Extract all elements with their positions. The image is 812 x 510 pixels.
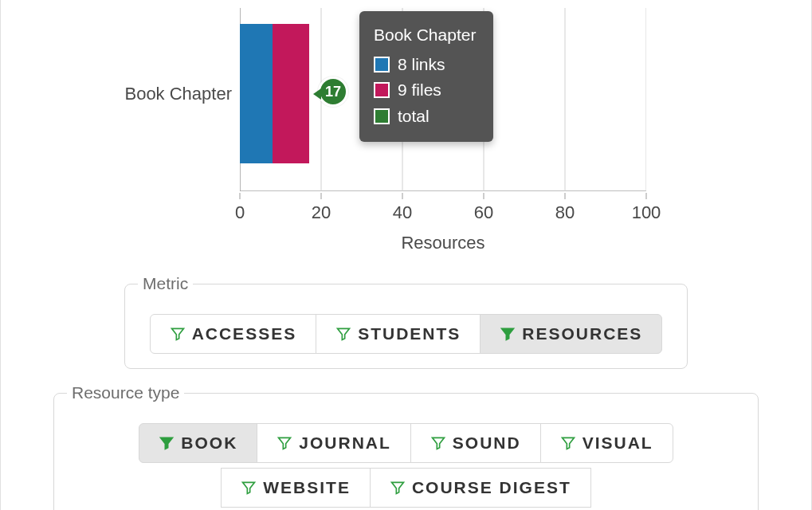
x-tick: 60 xyxy=(474,202,493,223)
filter-label: RESOURCES xyxy=(522,324,642,343)
funnel-icon xyxy=(430,435,446,451)
filter-sound[interactable]: SOUND xyxy=(410,423,541,463)
resource-type-buttons-row2: WEBSITE COURSE DIGEST xyxy=(67,468,745,508)
tooltip-text-total: total xyxy=(398,104,430,130)
x-axis-ticks: 0 20 40 60 80 100 xyxy=(240,193,646,225)
metric-buttons: ACCESSES STUDENTS RESOURCES xyxy=(138,314,674,354)
plot-area: 17 Book Chapter 8 links 9 files total xyxy=(240,8,646,191)
x-tick: 40 xyxy=(393,202,412,223)
x-tick: 0 xyxy=(235,202,245,223)
funnel-icon xyxy=(241,480,257,496)
funnel-icon xyxy=(277,435,292,451)
tooltip-row-links: 8 links xyxy=(374,52,476,78)
x-axis-label: Resources xyxy=(240,233,646,253)
tooltip-row-files: 9 files xyxy=(374,77,476,104)
tooltip-title: Book Chapter xyxy=(374,22,476,49)
filter-label: ACCESSES xyxy=(192,324,297,343)
funnel-icon xyxy=(500,326,516,342)
resource-type-filter-group: Resource type BOOK JOURNAL SOUND VISUAL xyxy=(53,383,759,510)
filter-book[interactable]: BOOK xyxy=(139,423,257,463)
funnel-icon xyxy=(390,480,406,496)
tooltip-text-links: 8 links xyxy=(398,52,445,78)
resource-type-buttons-row1: BOOK JOURNAL SOUND VISUAL xyxy=(67,423,745,463)
x-tick: 80 xyxy=(555,202,575,223)
filter-label: BOOK xyxy=(181,434,237,453)
filter-students[interactable]: STUDENTS xyxy=(316,314,481,354)
metric-legend: Metric xyxy=(138,274,193,293)
chart: Book Chapter 17 xyxy=(1,8,811,247)
filter-label: JOURNAL xyxy=(299,434,391,453)
x-tick: 20 xyxy=(312,202,331,223)
swatch-links xyxy=(374,57,390,73)
resource-type-legend: Resource type xyxy=(67,383,184,402)
swatch-total xyxy=(374,108,390,124)
bar-segment-files[interactable] xyxy=(273,24,309,163)
bar-segment-links[interactable] xyxy=(240,24,273,163)
filter-label: VISUAL xyxy=(583,434,653,453)
filter-journal[interactable]: JOURNAL xyxy=(257,423,411,463)
filter-label: STUDENTS xyxy=(358,324,461,343)
filter-accesses[interactable]: ACCESSES xyxy=(150,314,317,354)
funnel-icon xyxy=(159,435,175,451)
report-panel: Book Chapter 17 xyxy=(0,0,812,510)
category-label: Book Chapter xyxy=(1,84,232,104)
swatch-files xyxy=(374,82,390,98)
funnel-icon xyxy=(170,326,186,342)
filter-label: COURSE DIGEST xyxy=(412,478,571,497)
funnel-icon xyxy=(335,326,351,342)
tooltip-text-files: 9 files xyxy=(398,77,441,104)
filter-website[interactable]: WEBSITE xyxy=(221,468,371,508)
total-badge[interactable]: 17 xyxy=(318,76,348,107)
tooltip-row-total: total xyxy=(374,104,476,130)
metric-filter-group: Metric ACCESSES STUDENTS RESOURCES xyxy=(124,274,688,369)
x-tick: 100 xyxy=(632,202,661,223)
tooltip: Book Chapter 8 links 9 files total xyxy=(359,11,493,142)
filter-visual[interactable]: VISUAL xyxy=(540,423,673,463)
filter-course-digest[interactable]: COURSE DIGEST xyxy=(370,468,591,508)
filter-resources[interactable]: RESOURCES xyxy=(480,314,662,354)
filter-label: SOUND xyxy=(453,434,521,453)
funnel-icon xyxy=(560,435,576,451)
filter-label: WEBSITE xyxy=(263,478,351,497)
